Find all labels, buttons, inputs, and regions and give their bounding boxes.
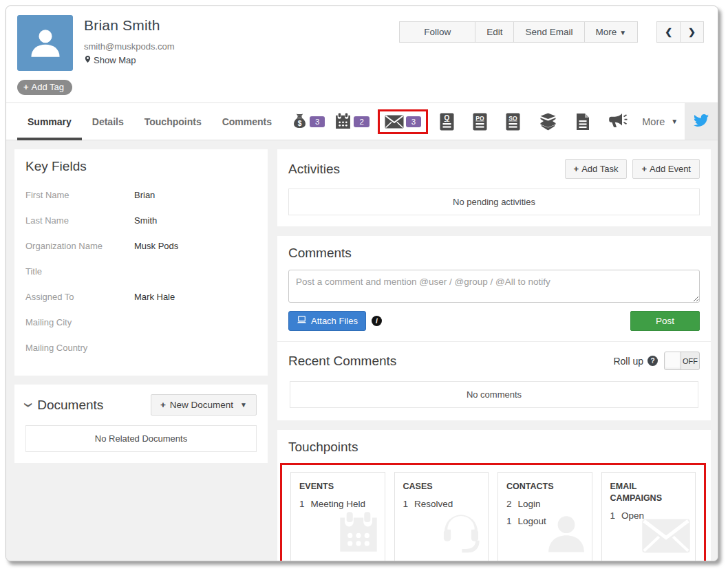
touchpoint-label: Meeting Held [311, 499, 366, 509]
tabbar-more-button[interactable]: More ▼ [642, 116, 678, 127]
rollup-toggle[interactable]: OFF [664, 352, 700, 370]
field-label: Organization Name [25, 241, 134, 251]
documents-title: Documents [37, 398, 103, 413]
touchpoints-annotation-box: EVENTS 1 Meeting Held [280, 463, 706, 561]
envelope-icon [641, 517, 691, 558]
post-button[interactable]: Post [630, 311, 700, 331]
events-tab-item[interactable]: 2 [334, 113, 369, 130]
tab-touchpoints[interactable]: Touchpoints [134, 103, 212, 140]
touchpoint-card-email-campaigns[interactable]: EMAIL CAMPAIGNS 1 Open [601, 472, 696, 561]
tabbar-more-label: More [642, 116, 665, 127]
activities-title: Activities [288, 162, 340, 177]
new-document-button[interactable]: + New Document ▼ [151, 394, 257, 416]
headset-icon [438, 511, 484, 558]
sales-orders-tab-item[interactable]: SO [506, 113, 520, 131]
field-value: Mark Hale [134, 292, 257, 302]
attach-files-button[interactable]: Attach Files [288, 311, 366, 331]
svg-text:PO: PO [476, 114, 485, 121]
comment-input[interactable] [288, 270, 700, 303]
more-actions-label: More [596, 27, 617, 37]
contact-email: smith@muskpods.com [84, 41, 175, 52]
invoice-document-icon [576, 113, 590, 131]
field-row-title: Title [25, 259, 257, 284]
field-row-mailing-city: Mailing City [25, 310, 257, 335]
calendar-icon [336, 511, 381, 558]
send-email-button[interactable]: Send Email [513, 21, 584, 43]
contact-detail-page: Brian Smith smith@muskpods.com Show Map … [6, 6, 718, 561]
touchpoint-label: Open [621, 510, 644, 521]
plus-icon: + [574, 164, 579, 174]
documents-empty-state: No Related Documents [25, 425, 257, 452]
documents-collapse-toggle[interactable]: ❯ Documents [25, 398, 103, 413]
invoice-tab-item[interactable] [576, 113, 590, 131]
field-label: Assigned To [25, 292, 134, 302]
tab-details[interactable]: Details [82, 103, 134, 140]
next-record-button[interactable]: ❯ [680, 21, 704, 43]
record-header: Brian Smith smith@muskpods.com Show Map … [6, 6, 718, 103]
emails-count-badge: 3 [406, 116, 421, 127]
add-task-label: Add Task [581, 164, 618, 174]
field-label: Mailing Country [25, 343, 134, 353]
field-label: Title [25, 266, 134, 277]
toggle-state-label: OFF [681, 357, 699, 365]
avatar [17, 15, 73, 71]
field-value: Smith [134, 215, 257, 226]
campaigns-tab-item[interactable] [608, 113, 628, 130]
add-event-label: Add Event [650, 164, 691, 174]
summary-content: Key Fields First Name Brian Last Name Sm… [6, 140, 718, 561]
previous-record-button[interactable]: ❮ [656, 21, 681, 43]
touchpoint-row: 1 Resolved [403, 499, 480, 509]
quotes-tab-item[interactable]: Q [440, 113, 454, 131]
products-tab-item[interactable] [539, 113, 557, 131]
show-map-link[interactable]: Show Map [84, 54, 175, 66]
touchpoint-row: 1 Meeting Held [299, 499, 376, 509]
touchpoint-card-events[interactable]: EVENTS 1 Meeting Held [290, 472, 385, 561]
tab-bar: Summary Details Touchpoints Comments $ 3 [6, 103, 718, 140]
tab-comments[interactable]: Comments [212, 103, 282, 140]
laptop-icon [297, 316, 307, 326]
card-title: CONTACTS [506, 481, 568, 493]
tab-summary[interactable]: Summary [17, 103, 82, 140]
touchpoint-card-cases[interactable]: CASES 1 Resolved [394, 472, 489, 561]
help-icon[interactable]: ? [647, 356, 658, 366]
deals-count-badge: 3 [310, 116, 325, 127]
svg-text:SO: SO [509, 114, 518, 121]
record-nav-group: ❮ ❯ [656, 21, 704, 43]
purchase-orders-tab-item[interactable]: PO [473, 113, 487, 131]
svg-text:Q: Q [445, 114, 450, 122]
field-label: Last Name [25, 215, 134, 226]
twitter-button[interactable] [685, 103, 718, 140]
follow-button[interactable]: Follow [399, 21, 475, 43]
key-fields-panel: Key Fields First Name Brian Last Name Sm… [14, 149, 268, 376]
add-event-button[interactable]: +Add Event [632, 159, 700, 179]
chevron-down-icon: ❯ [24, 402, 33, 408]
record-action-group: Follow Edit Send Email More▼ [399, 21, 638, 43]
field-value: Brian [134, 190, 257, 200]
touchpoint-label: Logout [518, 516, 546, 526]
sales-order-document-icon: SO [506, 113, 520, 131]
deals-tab-item[interactable]: $ 3 [292, 113, 325, 130]
header-actions: Follow Edit Send Email More▼ ❮ ❯ [399, 21, 704, 43]
touchpoint-card-contacts[interactable]: CONTACTS 2 Login 1 Logout [497, 472, 592, 561]
emails-tab-item[interactable]: 3 [385, 115, 421, 129]
attach-files-label: Attach Files [311, 316, 358, 326]
plus-icon: + [641, 164, 647, 174]
add-task-button[interactable]: +Add Task [565, 159, 628, 179]
add-tag-button[interactable]: + Add Tag [17, 80, 72, 95]
toggle-knob [665, 352, 681, 369]
purchase-order-document-icon: PO [473, 113, 487, 131]
chevron-down-icon: ▼ [671, 118, 678, 125]
recent-comments-title: Recent Comments [288, 354, 396, 369]
touchpoint-label: Resolved [414, 499, 453, 509]
edit-button[interactable]: Edit [475, 21, 514, 43]
show-map-label: Show Map [94, 55, 136, 65]
more-actions-button[interactable]: More▼ [584, 21, 639, 43]
calendar-icon [334, 113, 352, 130]
contact-identity: Brian Smith smith@muskpods.com Show Map [84, 17, 175, 66]
field-value: Musk Pods [134, 241, 257, 251]
plus-icon: + [23, 82, 29, 92]
card-title: EVENTS [299, 481, 361, 493]
info-icon[interactable]: i [372, 316, 382, 326]
activities-panel: Activities +Add Task +Add Event No pendi… [277, 149, 711, 226]
field-row-last-name: Last Name Smith [25, 208, 257, 233]
